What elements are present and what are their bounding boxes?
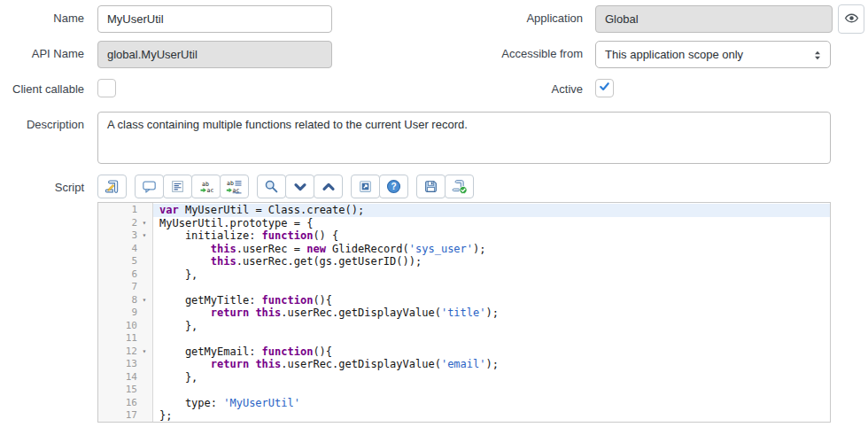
script-code-editor[interactable]: 12▾3▾45678▾9101112▾1314151617 var MyUser… bbox=[97, 202, 831, 423]
code-token: }, bbox=[159, 320, 198, 332]
api-name-input[interactable] bbox=[97, 41, 332, 68]
open-in-new-window-button[interactable] bbox=[351, 175, 380, 198]
gutter-row: 2▾ bbox=[98, 217, 152, 230]
line-number: 4 bbox=[98, 243, 137, 256]
replace-all-button[interactable]: abac bbox=[220, 175, 249, 198]
help-button[interactable]: ? bbox=[379, 175, 408, 198]
toolbar-group bbox=[97, 175, 127, 199]
search-icon bbox=[264, 179, 279, 194]
code-line[interactable]: return this.userRec.getDisplayValue('tit… bbox=[153, 307, 830, 320]
string-token: 'email' bbox=[441, 358, 486, 370]
accessible-from-label: Accessible from bbox=[434, 47, 583, 61]
replace-all-icon: abac bbox=[226, 179, 243, 194]
line-number: 6 bbox=[98, 268, 137, 282]
code-line[interactable]: }, bbox=[153, 268, 830, 282]
gutter-row: 1 bbox=[98, 204, 152, 217]
editor-code-area[interactable]: var MyUserUtil = Class.create();MyUserUt… bbox=[153, 203, 830, 422]
keyword-token: return bbox=[211, 307, 249, 319]
svg-text:ac: ac bbox=[206, 187, 213, 194]
syntax-check-button[interactable] bbox=[445, 175, 474, 198]
save-button[interactable] bbox=[416, 175, 446, 198]
code-line[interactable] bbox=[153, 384, 830, 397]
code-line[interactable]: }; bbox=[153, 409, 830, 423]
code-line[interactable]: this.userRec = new GlideRecord('sys_user… bbox=[153, 243, 830, 256]
keyword-token: function bbox=[262, 229, 314, 242]
active-label: Active bbox=[434, 82, 583, 97]
toggle-comment-button[interactable] bbox=[135, 175, 164, 198]
line-number: 9 bbox=[98, 307, 137, 320]
replace-icon: abac bbox=[198, 179, 214, 194]
syntax-check-icon bbox=[452, 179, 468, 194]
editor-gutter: 12▾3▾45678▾9101112▾1314151617 bbox=[98, 203, 153, 422]
line-number: 13 bbox=[98, 358, 137, 371]
line-number: 7 bbox=[98, 281, 137, 294]
find-next-button[interactable] bbox=[285, 175, 314, 198]
fold-arrow-icon[interactable]: ▾ bbox=[137, 297, 151, 304]
code-token: (){ bbox=[313, 345, 332, 358]
code-line[interactable]: var MyUserUtil = Class.create(); bbox=[153, 204, 830, 217]
code-line[interactable]: this.userRec.get(gs.getUserID()); bbox=[153, 255, 830, 268]
save-icon bbox=[423, 179, 438, 194]
client-callable-label: Client callable bbox=[0, 82, 84, 97]
search-button[interactable] bbox=[257, 175, 286, 198]
line-number: 8 bbox=[98, 294, 137, 307]
help-icon: ? bbox=[386, 179, 401, 194]
edit-script-button[interactable] bbox=[97, 175, 127, 198]
code-line[interactable]: type: 'MyUserUtil' bbox=[153, 397, 830, 410]
code-line[interactable]: getMyEmail: function(){ bbox=[153, 345, 830, 359]
line-number: 11 bbox=[98, 332, 137, 345]
fold-arrow-icon[interactable]: ▾ bbox=[137, 220, 151, 227]
code-line[interactable]: }, bbox=[153, 320, 830, 333]
line-number: 12 bbox=[98, 345, 137, 359]
description-textarea[interactable]: A class containing multiple functions re… bbox=[97, 112, 831, 164]
gutter-row: 8▾ bbox=[98, 294, 152, 307]
api-name-label: API Name bbox=[0, 47, 84, 61]
application-label: Application bbox=[434, 12, 583, 26]
gutter-row: 12▾ bbox=[98, 345, 152, 359]
keyword-token: new bbox=[306, 243, 326, 255]
name-input[interactable] bbox=[97, 5, 332, 33]
script-include-form: Name Application API Name Accessible fro… bbox=[0, 0, 868, 427]
code-token: .userRec.getDisplayValue( bbox=[281, 358, 441, 370]
checkmark-icon bbox=[598, 80, 611, 97]
accessible-from-select[interactable]: This application scope only bbox=[595, 41, 831, 68]
gutter-row: 10 bbox=[98, 320, 152, 333]
code-line[interactable]: }, bbox=[153, 371, 830, 384]
keyword-token: function bbox=[262, 294, 314, 307]
code-token: }, bbox=[159, 268, 198, 281]
active-checkbox[interactable] bbox=[595, 79, 614, 97]
preview-application-button[interactable] bbox=[838, 4, 864, 34]
code-token: }, bbox=[159, 371, 198, 384]
code-token: type: bbox=[159, 397, 223, 409]
fold-arrow-icon[interactable]: ▾ bbox=[137, 348, 151, 355]
keyword-token: function bbox=[262, 345, 314, 358]
code-token: }; bbox=[159, 409, 172, 422]
code-token bbox=[159, 255, 211, 268]
code-token: (){ bbox=[313, 294, 332, 307]
find-previous-icon bbox=[322, 180, 336, 194]
format-code-button[interactable] bbox=[163, 175, 192, 198]
code-line[interactable] bbox=[153, 281, 830, 294]
code-token: GlideRecord( bbox=[326, 243, 409, 255]
code-token: MyUserUtil = Class.create(); bbox=[179, 204, 365, 216]
gutter-row: 6 bbox=[98, 268, 152, 282]
gutter-row: 11 bbox=[98, 332, 152, 345]
replace-button[interactable]: abac bbox=[191, 175, 221, 198]
code-line[interactable]: return this.userRec.getDisplayValue('ema… bbox=[153, 358, 830, 371]
code-line[interactable]: initialize: function() { bbox=[153, 229, 830, 243]
code-token: ); bbox=[486, 358, 499, 370]
string-token: 'sys_user' bbox=[409, 243, 473, 255]
fold-arrow-icon[interactable]: ▾ bbox=[137, 232, 151, 239]
format-code-icon bbox=[170, 179, 185, 194]
keyword-token: this bbox=[255, 358, 281, 370]
find-previous-button[interactable] bbox=[314, 175, 343, 198]
code-token: ); bbox=[486, 307, 499, 319]
string-token: 'title' bbox=[441, 307, 486, 319]
client-callable-checkbox[interactable] bbox=[97, 79, 116, 97]
code-line[interactable] bbox=[153, 332, 830, 345]
code-line[interactable]: MyUserUtil.prototype = { bbox=[153, 217, 830, 230]
code-token bbox=[159, 307, 211, 319]
application-input[interactable] bbox=[595, 5, 833, 33]
code-line[interactable]: getMyTitle: function(){ bbox=[153, 294, 830, 307]
open-in-new-window-icon bbox=[358, 179, 373, 194]
